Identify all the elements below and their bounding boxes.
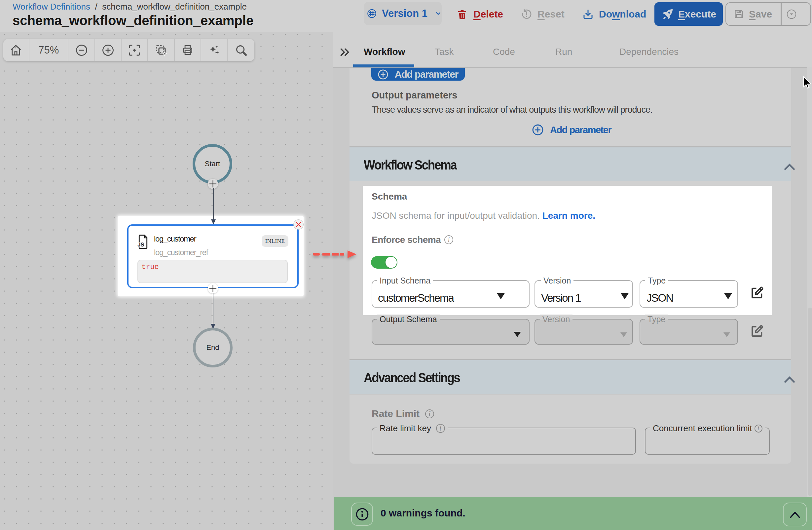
svg-text:JS: JS [137, 242, 144, 248]
